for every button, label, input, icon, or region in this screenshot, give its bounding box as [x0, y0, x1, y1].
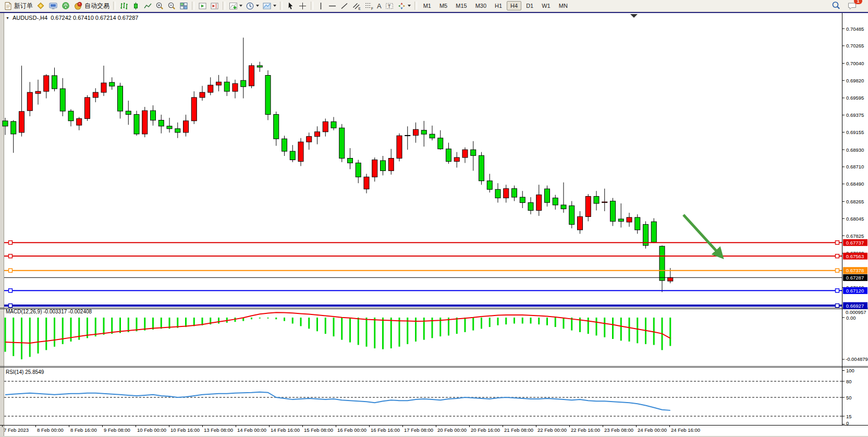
timeframe-h4[interactable]: H4 [507, 1, 521, 10]
date-tick-label: 14 Feb 00:00 [237, 427, 266, 433]
line-handle [9, 304, 13, 308]
date-tick-label: 21 Feb 08:00 [504, 427, 533, 433]
line-handle [836, 304, 839, 308]
indicators-dropdown-button[interactable] [227, 1, 244, 11]
rsi-tick-label: 15 [846, 414, 852, 419]
timeframe-h1[interactable]: H1 [491, 1, 506, 10]
date-tick-label: 20 Feb 16:00 [471, 427, 500, 433]
date-tick-label: 14 Feb 16:00 [271, 427, 300, 433]
price-line-badge-label: 0.67378 [846, 268, 864, 273]
symbol-period-label: AUDUSD-,H4 [13, 15, 47, 21]
line-handle [836, 254, 839, 258]
candlestick-mode-button[interactable] [130, 1, 142, 11]
signals-icon [61, 1, 70, 10]
shapes-dropdown-button[interactable] [396, 1, 412, 11]
toolbar-separator [192, 2, 194, 10]
text-tool-button[interactable]: A [375, 1, 383, 11]
new-order-button[interactable]: 新订单 [2, 1, 34, 11]
down-arrow-annotation[interactable] [683, 215, 722, 257]
zoom-out-button[interactable] [166, 1, 178, 11]
date-tick-label: 9 Feb 08:00 [104, 427, 130, 433]
timeframe-m30[interactable]: M30 [472, 1, 490, 10]
chevron-down-icon [273, 5, 276, 7]
rsi-tick-label: 80 [846, 379, 852, 384]
ohlc-values-label: 0.67242 0.67410 0.67214 0.67287 [51, 15, 138, 21]
chevron-down-icon [239, 5, 242, 7]
equidistant-channel-tool-button[interactable]: E [350, 1, 363, 11]
macd-axis-zero: 0.00 [846, 315, 856, 321]
price-tick-label: 0.67825 [846, 233, 864, 239]
chart-canvas[interactable]: 0.704850.702650.700400.698200.695950.693… [0, 13, 868, 437]
date-tick-label: 24 Feb 00:00 [638, 427, 667, 433]
date-axis[interactable] [3, 425, 670, 427]
cursor-tool-button[interactable] [285, 1, 297, 11]
date-tick-label: 22 Feb 16:00 [571, 427, 600, 433]
timeframe-m1[interactable]: M1 [420, 1, 435, 10]
macd-axis-max: 0.000957 [846, 309, 866, 315]
date-tick-label: 17 Feb 08:00 [404, 427, 433, 433]
line-chart-mode-button[interactable] [142, 1, 154, 11]
horizontal-line-tool-button[interactable] [326, 1, 338, 11]
price-tick-label: 0.69595 [846, 95, 864, 101]
toolbar-separator [414, 2, 417, 10]
candles-layer [3, 38, 673, 292]
toolbar-separator [311, 2, 313, 10]
tile-windows-button[interactable] [178, 1, 190, 11]
notification-count-badge: 1 [854, 0, 862, 4]
timeframe-m5[interactable]: M5 [436, 1, 451, 10]
terminal-button[interactable] [47, 1, 59, 11]
signals-button[interactable] [59, 1, 72, 11]
auto-scroll-button[interactable] [197, 1, 209, 11]
text-label-icon: T [385, 2, 394, 10]
date-tick-label: 23 Feb 08:00 [604, 427, 633, 433]
clock-icon [246, 2, 254, 10]
periods-dropdown-button[interactable] [244, 1, 261, 11]
price-tick-label: 0.68710 [846, 164, 864, 169]
text-label-tool-button[interactable]: T [383, 1, 396, 11]
templates-dropdown-button[interactable] [261, 1, 278, 11]
fibonacci-tool-button[interactable]: F [363, 1, 375, 11]
indicators-icon [229, 2, 238, 10]
search-button[interactable] [830, 1, 842, 11]
timeframe-w1[interactable]: W1 [538, 1, 554, 10]
date-tick-label: 10 Feb 00:00 [137, 427, 166, 433]
line-handle [9, 241, 13, 245]
macd-signal-line [5, 312, 670, 343]
fibonacci-icon: F [364, 2, 374, 10]
autotrading-label: 自动交易 [84, 2, 109, 10]
timeframe-m15[interactable]: M15 [452, 1, 470, 10]
collapse-icon[interactable]: ▼ [6, 16, 9, 20]
zoom-in-button[interactable] [154, 1, 166, 11]
price-tick-label: 0.68045 [846, 216, 864, 222]
price-line-badge-label: 0.66927 [846, 303, 864, 309]
chart-shift-marker[interactable] [630, 14, 638, 18]
channel-icon: E [352, 2, 361, 10]
line-handle [9, 254, 13, 258]
toolbar-separator [113, 2, 116, 10]
date-tick-label: 8 Feb 16:00 [70, 427, 97, 433]
rsi-tick-label: 100 [846, 368, 854, 373]
rsi-line [5, 392, 670, 410]
date-tick-label: 10 Feb 16:00 [170, 427, 200, 433]
chart-shift-button[interactable] [209, 1, 221, 11]
rsi-tick-label: 50 [846, 395, 852, 400]
candlestick-icon [131, 2, 140, 10]
toolbar-separator [280, 2, 283, 10]
vertical-line-tool-button[interactable] [315, 1, 326, 11]
timeframe-d1[interactable]: D1 [522, 1, 537, 10]
autotrading-button[interactable]: 自动交易 [72, 1, 111, 11]
price-tick-label: 0.70485 [846, 26, 864, 32]
trendline-tool-button[interactable] [338, 1, 350, 11]
price-tick-label: 0.70265 [846, 43, 864, 48]
price-tick-label: 0.68265 [846, 199, 864, 204]
crosshair-tool-button[interactable] [297, 1, 309, 11]
bar-chart-mode-button[interactable] [118, 1, 130, 11]
price-line-badge-label: 0.67563 [846, 253, 864, 259]
market-orders-button[interactable] [34, 1, 47, 11]
timeframe-mn[interactable]: MN [555, 1, 571, 10]
notifications-button[interactable]: 1 [846, 1, 859, 11]
price-tick-label: 0.68490 [846, 181, 864, 187]
price-tick-label: 0.68930 [846, 147, 864, 153]
line-chart-icon [143, 2, 152, 10]
date-tick-label: 22 Feb 00:00 [537, 427, 567, 433]
